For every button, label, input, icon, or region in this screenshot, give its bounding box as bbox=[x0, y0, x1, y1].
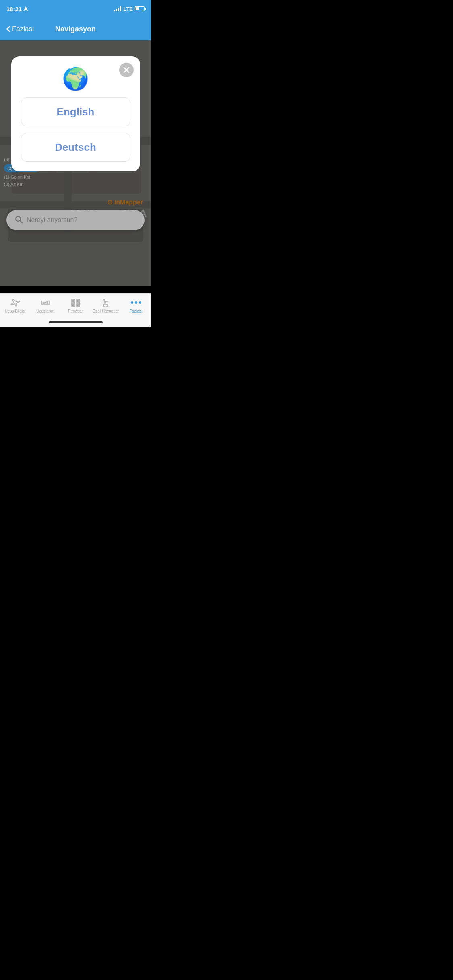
plane-icon bbox=[10, 298, 21, 307]
status-icons: LTE bbox=[114, 6, 145, 12]
dot-3 bbox=[139, 301, 141, 304]
nav-title: Navigasyon bbox=[55, 25, 96, 33]
dot-1 bbox=[131, 301, 133, 304]
deutsch-label: Deutsch bbox=[55, 141, 96, 154]
signal-icon bbox=[114, 6, 121, 11]
english-label: English bbox=[57, 106, 95, 118]
svg-rect-22 bbox=[72, 300, 74, 302]
tab-more[interactable]: Fazlası bbox=[121, 298, 151, 313]
tab-more-label: Fazlası bbox=[129, 309, 142, 313]
svg-rect-25 bbox=[77, 304, 79, 306]
deutsch-language-button[interactable]: Deutsch bbox=[21, 133, 130, 162]
dots-icon bbox=[130, 298, 142, 307]
home-indicator bbox=[49, 321, 103, 323]
battery-icon bbox=[135, 6, 145, 11]
language-modal: 🌍 English Deutsch bbox=[11, 56, 140, 171]
dot-2 bbox=[135, 301, 137, 304]
language-modal-overlay: 🌍 English Deutsch bbox=[0, 40, 151, 293]
svg-marker-0 bbox=[23, 6, 28, 11]
svg-rect-24 bbox=[72, 304, 74, 306]
tab-my-flights-label: Uçuşlarım bbox=[36, 309, 54, 313]
ticket-icon bbox=[40, 298, 51, 307]
tab-opportunities[interactable]: Fırsatlar bbox=[60, 298, 91, 313]
tab-flight-info[interactable]: Uçuş Bilgisi bbox=[0, 298, 30, 313]
seat-icon bbox=[100, 298, 112, 307]
svg-point-16 bbox=[47, 301, 48, 302]
back-label: Fazlası bbox=[12, 25, 34, 33]
network-label: LTE bbox=[123, 6, 133, 12]
globe-emoji: 🌍 bbox=[62, 68, 89, 89]
svg-rect-23 bbox=[77, 300, 79, 302]
modal-close-button[interactable] bbox=[119, 63, 134, 77]
tab-special-services-label: Özel Hizmetler bbox=[93, 309, 119, 313]
back-button[interactable]: Fazlası bbox=[6, 25, 34, 33]
tab-my-flights[interactable]: Uçuşlarım bbox=[30, 298, 60, 313]
svg-point-17 bbox=[47, 303, 48, 303]
time-label: 18:21 bbox=[6, 6, 22, 12]
tab-opportunities-label: Fırsatlar bbox=[68, 309, 83, 313]
status-bar: 18:21 LTE bbox=[0, 0, 151, 18]
qr-icon bbox=[70, 298, 81, 307]
english-language-button[interactable]: English bbox=[21, 97, 130, 126]
tab-special-services[interactable]: Özel Hizmetler bbox=[91, 298, 121, 313]
nav-bar: Fazlası Navigasyon bbox=[0, 18, 151, 40]
tab-flight-info-label: Uçuş Bilgisi bbox=[5, 309, 26, 313]
status-time: 18:21 bbox=[6, 6, 28, 12]
